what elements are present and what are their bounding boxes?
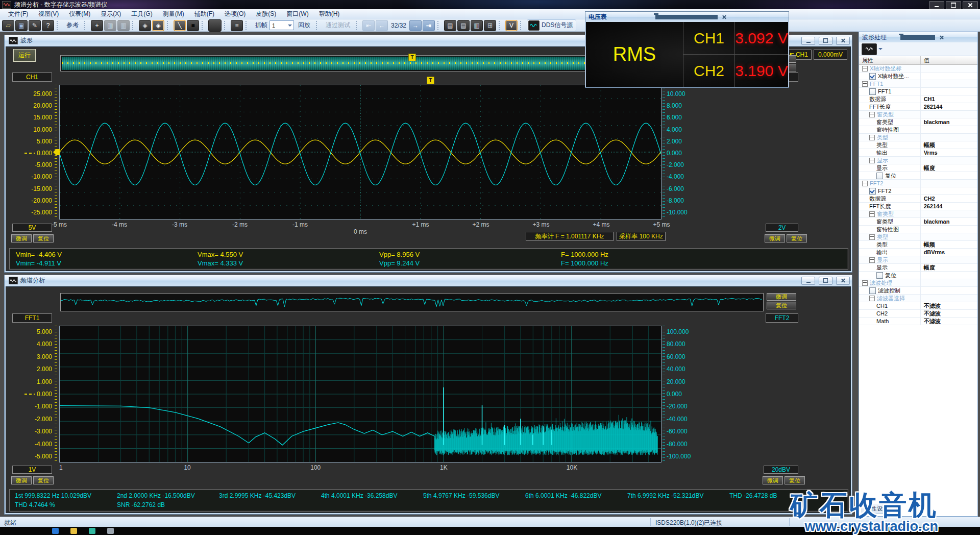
property-row[interactable]: CH1不滤波	[859, 302, 977, 310]
layout-horizontal-button[interactable]: ▤	[457, 20, 470, 31]
collapse-icon[interactable]	[869, 257, 875, 263]
property-row[interactable]: Math不滤波	[859, 318, 977, 325]
app-minimize-button[interactable]	[929, 1, 944, 9]
voltmeter-toggle-button[interactable]: V	[505, 20, 518, 31]
spectrum-close-button[interactable]	[836, 277, 850, 285]
ch1-volts-per-div[interactable]: 5V	[12, 224, 52, 232]
checkbox[interactable]	[869, 287, 876, 294]
fft2-label-box[interactable]: FFT2	[766, 313, 798, 323]
grid-style-b-button[interactable]: ◈	[152, 20, 164, 31]
property-row[interactable]: FFT长度262144	[859, 203, 977, 210]
collapse-icon[interactable]	[869, 112, 875, 117]
property-row[interactable]: FFT1	[859, 88, 977, 95]
menu-item-2[interactable]: 仪表(M)	[64, 9, 95, 19]
property-row[interactable]: 类型幅频	[859, 241, 977, 249]
last-frame-button[interactable]: ⇥	[423, 20, 435, 31]
reset-button[interactable]: 复位	[33, 476, 54, 484]
spectrum-overview-strip[interactable]	[60, 293, 764, 311]
collapse-icon[interactable]	[862, 81, 868, 87]
waveform-source-button[interactable]	[862, 43, 877, 55]
menu-item-1[interactable]: 视图(V)	[33, 9, 64, 19]
fft2-scale-box[interactable]: 20dBV	[764, 466, 798, 474]
spectrum-minimize-button[interactable]	[801, 277, 815, 285]
trigger-level-value[interactable]: 0.000mV	[814, 50, 847, 60]
property-row[interactable]: 输出dBVrms	[859, 249, 977, 256]
waveform-close-button[interactable]	[836, 37, 850, 45]
collapse-icon[interactable]	[869, 234, 875, 240]
collapse-icon[interactable]	[862, 280, 868, 286]
property-row[interactable]: 复位	[859, 172, 977, 180]
ch2-volts-per-div[interactable]: 2V	[766, 224, 798, 232]
grid-style-a-button[interactable]: ◈	[139, 20, 151, 31]
property-row[interactable]: 显示幅度	[859, 264, 977, 272]
pin-icon[interactable]	[900, 35, 935, 40]
app-close-button[interactable]	[963, 1, 978, 9]
property-row[interactable]: 类型幅频	[859, 141, 977, 149]
layout-cascade-button[interactable]: ▤	[444, 20, 456, 31]
tools-button[interactable]: ✎	[29, 20, 41, 31]
capture-count-select[interactable]: 1	[270, 20, 294, 30]
property-row[interactable]: 复位	[859, 272, 977, 279]
menu-item-0[interactable]: 文件(F)	[3, 9, 33, 19]
property-row[interactable]: FFT长度262144	[859, 103, 977, 111]
property-row[interactable]: X轴对数坐...	[859, 72, 977, 80]
menu-item-10[interactable]: 帮助(H)	[314, 9, 345, 19]
auto-set-button[interactable]: +	[91, 20, 103, 31]
prev-frame-button[interactable]: ←	[376, 20, 388, 31]
run-button[interactable]: 运行	[13, 49, 36, 62]
pin-icon[interactable]	[655, 15, 718, 19]
checkbox[interactable]	[869, 73, 876, 80]
checkbox[interactable]	[869, 188, 876, 194]
reset-button[interactable]: 复位	[785, 476, 805, 484]
property-row[interactable]: 窗特性图	[859, 226, 977, 233]
menu-item-3[interactable]: 显示(X)	[95, 9, 126, 19]
voltmeter-titlebar[interactable]: 电压表	[585, 12, 789, 22]
sidebar-titlebar[interactable]: 波形处理	[859, 32, 977, 42]
close-icon[interactable]	[939, 35, 973, 40]
reset-button[interactable]: 复位	[33, 234, 54, 242]
property-row[interactable]: FFT2	[859, 187, 977, 195]
layout-vertical-button[interactable]: ▥	[471, 20, 483, 31]
tile-columns-button[interactable]: ▥	[104, 20, 116, 31]
spectrum-plot[interactable]	[59, 326, 662, 463]
open-button[interactable]: ▱	[2, 20, 14, 31]
property-row[interactable]: 数据源CH1	[859, 95, 977, 103]
first-frame-button[interactable]: ⇤	[362, 20, 375, 31]
checkbox[interactable]	[876, 173, 883, 179]
help-button[interactable]: ?	[42, 20, 54, 31]
fft1-scale-box[interactable]: 1V	[12, 466, 52, 474]
property-row[interactable]: 滤波控制	[859, 287, 977, 295]
collapse-icon[interactable]	[869, 211, 875, 217]
background-color-button[interactable]: ■	[187, 20, 199, 31]
display-list-button[interactable]: ≡	[231, 20, 243, 31]
layout-grid-button[interactable]: ⊞	[484, 20, 496, 31]
spectrum-maximize-button[interactable]	[819, 277, 832, 285]
menu-item-9[interactable]: 窗口(W)	[281, 9, 313, 19]
property-row[interactable]: 输出Vrms	[859, 149, 977, 157]
property-row[interactable]: 窗特性图	[859, 126, 977, 134]
menu-item-7[interactable]: 选项(O)	[219, 9, 251, 19]
taskbar-window-icon[interactable]	[107, 528, 114, 534]
taskbar-browser-icon[interactable]	[52, 528, 59, 534]
trigger-time-marker[interactable]: T	[408, 54, 416, 61]
reset-button[interactable]: 复位	[787, 234, 807, 242]
tile-columns-2-button[interactable]: ▥	[117, 20, 130, 31]
close-icon[interactable]	[722, 15, 785, 19]
collapse-icon[interactable]	[869, 296, 875, 301]
property-row[interactable]: 窗类型blackman	[859, 118, 977, 126]
spectrum-window-titlebar[interactable]: 频谱分析	[5, 275, 852, 286]
fine-tune-button[interactable]: 微调	[763, 476, 783, 484]
waveform-minimize-button[interactable]	[801, 37, 815, 45]
menu-item-5[interactable]: 测量(M)	[158, 9, 189, 19]
checkbox[interactable]	[876, 272, 883, 279]
property-row[interactable]: 显示幅度	[859, 164, 977, 172]
property-row[interactable]: CH2不滤波	[859, 310, 977, 318]
menu-item-4[interactable]: 工具(G)	[126, 9, 157, 19]
trigger-position-marker[interactable]: T	[427, 77, 434, 84]
next-frame-button[interactable]: →	[409, 20, 422, 31]
dds-source-button[interactable]: DDS信号源	[527, 19, 576, 32]
ch1-zero-marker[interactable]	[53, 149, 60, 155]
menu-item-8[interactable]: 皮肤(S)	[251, 9, 281, 19]
menu-item-6[interactable]: 辅助(F)	[189, 9, 219, 19]
checkbox[interactable]	[869, 88, 876, 95]
